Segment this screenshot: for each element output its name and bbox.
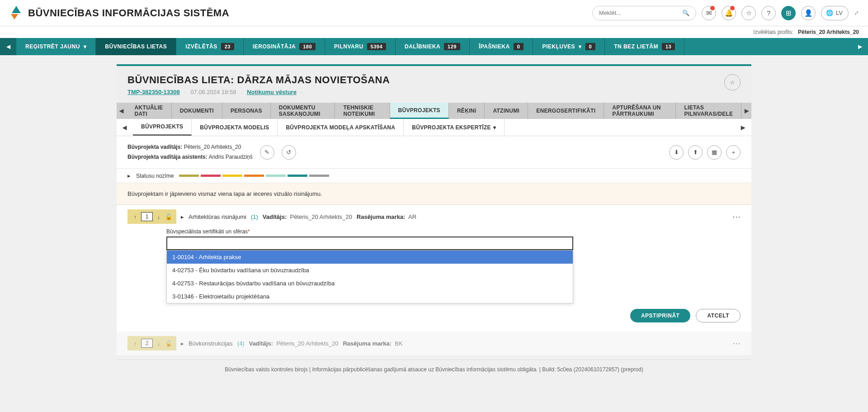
certificate-form: Būvspeciālista sertifikāti un sfēras* 1-… <box>117 228 751 300</box>
subtabs-right-arrow[interactable]: ▶ <box>735 119 751 136</box>
subtab-ekspertize[interactable]: BŪVPROJEKTA EKSPERTĪZE ▾ <box>404 119 505 136</box>
case-number-link[interactable]: TMP-382350-13308 <box>127 89 180 95</box>
nav-tn[interactable]: TN BEZ LIETĀM13 <box>605 38 684 55</box>
search-box[interactable]: 🔍 <box>592 6 696 20</box>
globe-icon: 🌐 <box>826 9 833 16</box>
expand-icon: ▸ <box>127 172 131 179</box>
nav-selected[interactable]: IZVĒLĒTĀS23 <box>176 38 244 55</box>
profile-bar: Izvēlētais profils: Pēteris_20 Arhitekts… <box>0 26 868 38</box>
lock-icon[interactable]: 🔓 <box>165 213 173 221</box>
section-number[interactable]: 1 <box>141 212 153 221</box>
tab-dokumenti[interactable]: DOKUMENTI <box>172 103 222 119</box>
certificate-dropdown: 1-00104 - Arhitekta prakse 4-02753 - Ēku… <box>166 250 573 303</box>
move-down-button[interactable]: ↓ <box>155 339 163 347</box>
warning-banner: Būvprojektam ir jāpievieno vismaz viena … <box>117 183 751 205</box>
section-2: ↑ 2 ↓ 🔓 ▸ Būvkonstrukcijas (4) Vadītājs:… <box>117 331 751 355</box>
nav-participant[interactable]: DALĪBNIEKA129 <box>396 38 470 55</box>
dropdown-option[interactable]: 4-02753 - Restaurācijas būvdarbu vadīšan… <box>167 277 573 290</box>
tab-buvprojekts[interactable]: BŪVPROJEKTS <box>390 103 449 119</box>
tab-atzinumi[interactable]: ATZINUMI <box>485 103 528 119</box>
dropdown-option[interactable]: 3-01346 - Elektroietaišu projektēšana <box>167 290 573 303</box>
page-title: BŪVNIECĪBAS LIETA: DĀRZA MĀJAS NOVIETOŠA… <box>127 74 741 86</box>
section-number[interactable]: 2 <box>141 339 153 348</box>
history-link[interactable]: Notikumu vēsture <box>247 89 297 95</box>
profile-name[interactable]: Pēteris_20 Arhitekts_20 <box>798 29 859 35</box>
app-title: BŪVNIECĪBAS INFORMĀCIJAS SISTĒMA <box>28 7 229 19</box>
section-menu[interactable]: ⋯ <box>732 212 741 222</box>
language-selector[interactable]: 🌐LV <box>821 6 849 20</box>
nav-right-arrow[interactable]: ▶ <box>852 38 868 55</box>
expand-icon[interactable]: ▸ <box>181 213 184 220</box>
add-button[interactable]: ＋ <box>726 145 741 160</box>
subtab-modelis[interactable]: BŪVPROJEKTA MODELIS <box>192 119 278 136</box>
tabs-right-arrow[interactable]: ▶ <box>741 103 751 119</box>
manager-row: Būvprojekta vadītājs: Pēteris_20 Arhitek… <box>117 136 751 169</box>
lock-icon[interactable]: 🔓 <box>165 339 173 347</box>
history-button[interactable]: ↺ <box>282 145 296 160</box>
move-up-button[interactable]: ↑ <box>131 213 139 221</box>
subtabs: ◀ BŪVPROJEKTS BŪVPROJEKTA MODELIS BŪVPRO… <box>117 119 751 136</box>
move-down-button[interactable]: ↓ <box>155 213 163 221</box>
subtab-buvprojekts[interactable]: BŪVPROJEKTS <box>133 119 192 136</box>
nav-left-arrow[interactable]: ◀ <box>0 38 16 55</box>
move-up-button[interactable]: ↑ <box>131 339 139 347</box>
tab-pilnvaras[interactable]: LIETAS PILNVARAS/DELE <box>676 103 741 119</box>
tab-apturesana[interactable]: APTURĒŠANA UN PĀRTRAUKUMI <box>604 103 676 119</box>
tab-energo[interactable]: ENERGOSERTIFIKĀTI <box>528 103 604 119</box>
confirm-button[interactable]: APSTIPRINĀT <box>630 309 691 322</box>
section-controls: ↑ 1 ↓ 🔓 <box>127 209 176 224</box>
tab-tehniskie[interactable]: TEHNISKIE NOTEIKUMI <box>335 103 390 119</box>
edit-button[interactable]: ✎ <box>260 145 274 160</box>
tab-personas[interactable]: PERSONAS <box>222 103 271 119</box>
bell-icon[interactable]: 🔔 <box>722 6 736 20</box>
tab-rekini[interactable]: RĒĶINI <box>449 103 485 119</box>
apps-icon[interactable]: ⊞ <box>781 6 796 20</box>
favorite-button[interactable]: ☆ <box>724 74 741 90</box>
search-input[interactable] <box>599 9 682 16</box>
section-menu[interactable]: ⋯ <box>732 338 741 348</box>
help-icon[interactable]: ? <box>761 6 776 20</box>
tab-aktualie-dati[interactable]: AKTUĀLIE DATI <box>127 103 172 119</box>
nav-owner[interactable]: ĪPAŠNIEKA0 <box>470 38 533 55</box>
search-icon: 🔍 <box>682 9 689 16</box>
status-bars <box>179 175 329 177</box>
subtab-apskatisana[interactable]: BŪVPROJEKTA MODEĻA APSKATĪŠANA <box>278 119 404 136</box>
upload-button[interactable]: ⬆ <box>688 145 703 160</box>
nav-access[interactable]: PIEKĻUVES ▾0 <box>533 38 605 55</box>
case-date: 07.06.2024 18:58 <box>190 89 236 95</box>
expand-icon[interactable]: ▸ <box>181 340 184 347</box>
nav-powers[interactable]: PILNVARU5394 <box>325 38 396 55</box>
profile-label: Izvēlētais profils: <box>753 29 793 35</box>
dropdown-option[interactable]: 1-00104 - Arhitekta prakse <box>167 251 573 264</box>
status-legend[interactable]: ▸ Statusu nozīme <box>117 169 751 183</box>
collapse-icon[interactable]: ⤢ <box>854 9 859 16</box>
nav-register[interactable]: REĢISTRĒT JAUNU ▾ <box>16 38 96 55</box>
tabs: ◀ AKTUĀLIE DATI DOKUMENTI PERSONAS DOKUM… <box>117 103 751 119</box>
subtabs-left-arrow[interactable]: ◀ <box>117 119 133 136</box>
footer: Būvniecības valsts kontroles birojs | In… <box>117 360 751 379</box>
logo-area[interactable]: BŪVNIECĪBAS INFORMĀCIJAS SISTĒMA <box>9 6 229 20</box>
main-nav: ◀ REĢISTRĒT JAUNU ▾ BŪVNIECĪBAS LIETAS I… <box>0 38 868 55</box>
tabs-left-arrow[interactable]: ◀ <box>117 103 127 119</box>
cancel-button[interactable]: ATCELT <box>696 309 741 322</box>
download-button[interactable]: ⬇ <box>669 145 684 160</box>
nav-cases[interactable]: BŪVNIECĪBAS LIETAS <box>96 38 176 55</box>
section-1: ↑ 1 ↓ 🔓 ▸ Arhitektūras risinājumi (1) Va… <box>117 205 751 331</box>
logo-icon <box>9 6 24 20</box>
dropdown-option[interactable]: 4-02753 - Ēku būvdarbu vadīšana un būvuz… <box>167 264 573 277</box>
nav-initiator[interactable]: IEROSINĀTĀJA180 <box>244 38 325 55</box>
tab-saskanojumi[interactable]: DOKUMENTU SASKAŅOJUMI <box>271 103 335 119</box>
mail-icon[interactable]: ✉ <box>702 6 716 20</box>
certificate-select[interactable] <box>166 237 573 250</box>
star-icon[interactable]: ☆ <box>741 6 756 20</box>
grid-button[interactable]: ▦ <box>707 145 722 160</box>
user-icon[interactable]: 👤 <box>801 6 816 20</box>
